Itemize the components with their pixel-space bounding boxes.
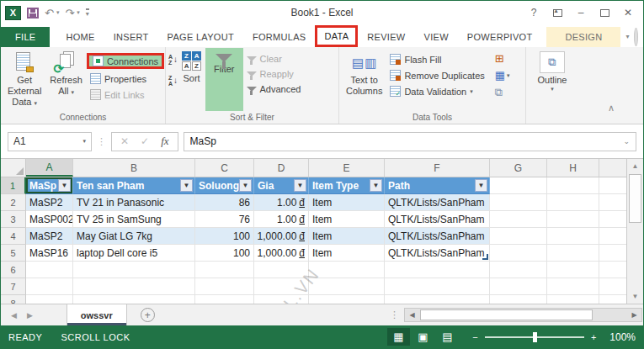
cell-e4[interactable]: Item [309, 228, 385, 245]
cell[interactable] [73, 262, 195, 278]
cell[interactable] [490, 245, 547, 262]
cell-b4[interactable]: May Giat LG 7kg [73, 228, 195, 245]
minimize-icon[interactable]: – [571, 5, 591, 20]
close-icon[interactable]: ✕ [618, 5, 638, 20]
tab-home[interactable]: HOME [56, 27, 104, 47]
insert-function-icon[interactable]: fx [161, 135, 168, 148]
cell[interactable] [26, 278, 73, 295]
cell[interactable] [599, 245, 628, 262]
cell[interactable] [490, 295, 547, 304]
page-break-view-icon[interactable]: ▤ [436, 328, 459, 346]
cell[interactable] [309, 295, 385, 304]
row-header-6[interactable]: 6 [1, 262, 26, 278]
sheet-tab-owssvr[interactable]: owssvr [67, 304, 127, 325]
sort-za-button[interactable]: ZA↓ [168, 75, 178, 87]
expand-formula-bar-icon[interactable]: ⌄ [623, 137, 630, 145]
maximize-icon[interactable] [594, 5, 615, 20]
column-header-d[interactable]: D [254, 159, 309, 177]
cell[interactable] [73, 278, 195, 295]
undo-dropdown-icon[interactable]: ▾ [56, 9, 60, 16]
cell[interactable] [547, 295, 599, 304]
text-to-columns-button[interactable]: ▤ ▥ Text to Columns [342, 48, 386, 111]
connections-button[interactable]: Connections [87, 53, 164, 69]
column-header-h[interactable]: H [547, 159, 599, 177]
scroll-right-icon[interactable]: ▶ [627, 311, 641, 319]
row-header-2[interactable]: 2 [1, 194, 26, 211]
row-header-4[interactable]: 4 [1, 228, 26, 245]
cell[interactable] [195, 295, 254, 304]
cell-a2[interactable]: MaSP2 [26, 194, 73, 211]
row-header-8[interactable]: 8 [1, 295, 26, 304]
cell-c4[interactable]: 100 [195, 228, 254, 245]
name-box-dropdown-icon[interactable]: ▾ [82, 138, 86, 145]
cell[interactable] [547, 228, 599, 245]
cell-c5[interactable]: 100 [195, 245, 254, 262]
column-header-c[interactable]: C [195, 159, 254, 177]
collapse-ribbon-icon[interactable]: ∧ [608, 103, 615, 114]
cell-f4[interactable]: QLTK/Lists/SanPham [385, 228, 490, 245]
cell[interactable] [490, 228, 547, 245]
confirm-entry-icon[interactable]: ✓ [141, 135, 149, 147]
cell[interactable] [547, 177, 599, 194]
cell[interactable] [599, 194, 628, 211]
scroll-left-icon[interactable]: ◀ [405, 311, 419, 319]
filter-dropdown-icon[interactable]: ▼ [370, 179, 382, 192]
cell[interactable] [254, 262, 309, 278]
cell-d5[interactable]: 1,000.00đ [254, 245, 309, 262]
vertical-scroll-thumb[interactable] [629, 174, 641, 223]
column-header-f[interactable]: F [385, 159, 490, 177]
cell[interactable] [26, 295, 73, 304]
column-header-g[interactable]: G [490, 159, 547, 177]
column-header-e[interactable]: E [309, 159, 385, 177]
filter-button[interactable]: Filter [205, 48, 242, 111]
cell-e5[interactable]: Item [309, 245, 385, 262]
cell-f2[interactable]: QLTK/Lists/SanPham [385, 194, 490, 211]
cell-a1-active[interactable]: MaSp▼ [26, 177, 73, 194]
flash-fill-button[interactable]: Flash Fill [386, 53, 487, 66]
cell[interactable] [599, 211, 628, 228]
filter-dropdown-icon[interactable]: ▼ [180, 179, 193, 192]
zoom-slider-thumb[interactable] [533, 332, 537, 342]
cell-f3[interactable]: QLTK/Lists/SanPham [385, 211, 490, 228]
cell[interactable] [490, 262, 547, 278]
cell-a4[interactable]: MaSP2 [26, 228, 73, 245]
cell[interactable] [309, 278, 385, 295]
advanced-filter-button[interactable]: Advanced [243, 83, 305, 95]
save-icon[interactable] [27, 8, 39, 19]
filter-dropdown-icon[interactable]: ▼ [239, 179, 252, 192]
cell-e1[interactable]: Item Type▼ [309, 177, 385, 194]
tab-more-dropdown-icon[interactable]: ▾ [620, 27, 634, 47]
zoom-level[interactable]: 100% [604, 331, 636, 343]
cell-b3[interactable]: TV 25 in SamSung [73, 211, 195, 228]
cancel-entry-icon[interactable]: ✕ [120, 135, 129, 147]
redo-dropdown-icon[interactable]: ▾ [77, 9, 80, 16]
tab-file[interactable]: FILE [1, 27, 50, 47]
filter-dropdown-icon[interactable]: ▼ [475, 179, 487, 192]
cell-d4[interactable]: 1,000.00đ [254, 228, 309, 245]
sheet-nav-left-icon[interactable]: ◀ [1, 311, 27, 320]
cell[interactable] [547, 278, 599, 295]
row-header-1[interactable]: 1 [1, 177, 26, 194]
cell-d1[interactable]: Gia▼ [254, 177, 309, 194]
cell[interactable] [599, 262, 628, 278]
cell[interactable] [195, 278, 254, 295]
consolidate-icon[interactable]: ⊞ [495, 53, 510, 64]
ribbon-display-options-icon[interactable] [547, 5, 567, 20]
cell[interactable] [547, 211, 599, 228]
relationships-icon[interactable]: ⧉ [495, 87, 510, 98]
cell[interactable] [385, 262, 490, 278]
sheet-nav-right-icon[interactable]: ▶ [27, 311, 43, 320]
name-box[interactable]: A1 ▾ [8, 132, 92, 151]
cell[interactable] [490, 177, 547, 194]
scroll-up-icon[interactable]: ▲ [627, 159, 643, 173]
cell[interactable] [490, 194, 547, 211]
data-validation-dropdown-icon[interactable]: ▾ [470, 88, 473, 95]
cell[interactable] [309, 262, 385, 278]
undo-icon[interactable]: ↶ [45, 8, 54, 19]
column-header-partial[interactable] [599, 159, 628, 177]
add-sheet-icon[interactable]: + [141, 308, 155, 322]
tab-data[interactable]: DATA [315, 25, 358, 47]
cell[interactable] [547, 194, 599, 211]
tab-view[interactable]: VIEW [415, 27, 458, 47]
row-header-5[interactable]: 5 [1, 245, 26, 262]
